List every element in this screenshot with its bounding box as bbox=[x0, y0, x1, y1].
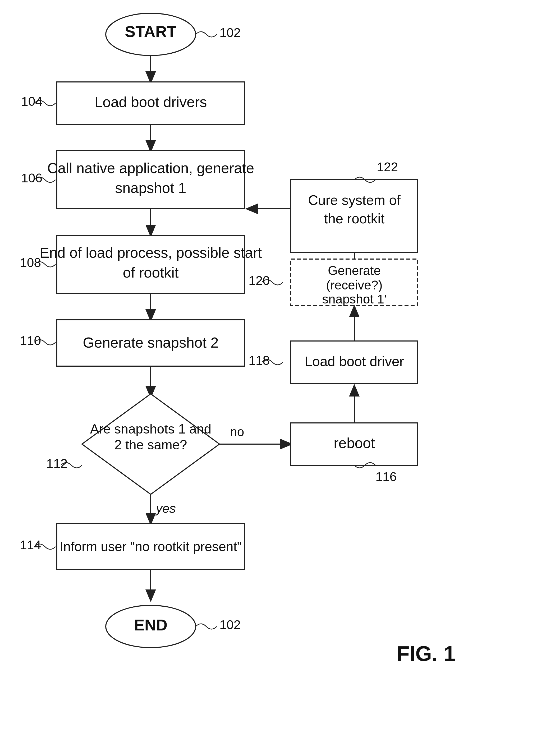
compare-label-line2: 2 the same? bbox=[114, 437, 187, 452]
gen-snapshot2-ref: 110 bbox=[20, 334, 41, 348]
gen-snap1prime-ref: 120 bbox=[249, 274, 270, 288]
reboot-ref: 116 bbox=[375, 470, 396, 484]
no-label: no bbox=[230, 425, 244, 439]
compare-label-line1: Are snapshots 1 and bbox=[90, 421, 212, 436]
start-ref: 102 bbox=[220, 26, 241, 40]
call-native-ref: 106 bbox=[21, 171, 42, 185]
cure-label-line1: Cure system of bbox=[308, 192, 400, 208]
load-boot-drivers-ref: 104 bbox=[21, 94, 42, 108]
end-load-ref: 108 bbox=[20, 256, 41, 270]
reboot-label: reboot bbox=[334, 435, 375, 451]
load-boot-drivers-label: Load boot drivers bbox=[95, 94, 207, 110]
cure-label-line2: the rootkit bbox=[324, 211, 385, 226]
end-load-label-line1: End of load process, possible start bbox=[40, 245, 262, 261]
gen-snapshot2-label: Generate snapshot 2 bbox=[83, 335, 219, 351]
call-native-label-line2: snapshot 1 bbox=[115, 180, 186, 196]
inform-user-ref: 114 bbox=[20, 538, 41, 552]
call-native-label-line1: Call native application, generate bbox=[47, 160, 254, 176]
end-label: END bbox=[134, 616, 168, 634]
gen-snap1prime-label-line1: Generate bbox=[328, 263, 381, 278]
yes-label: yes bbox=[155, 501, 176, 515]
inform-user-label: Inform user "no rootkit present" bbox=[60, 539, 242, 554]
fig-label: FIG. 1 bbox=[396, 642, 455, 665]
load-boot-driver-ref: 118 bbox=[249, 353, 270, 368]
gen-snap1prime-label-line3: snapshot 1' bbox=[322, 292, 387, 306]
load-boot-driver-label: Load boot driver bbox=[305, 354, 404, 369]
start-label: START bbox=[125, 23, 177, 40]
cure-ref: 122 bbox=[377, 160, 398, 174]
compare-ref: 112 bbox=[46, 457, 67, 470]
end-ref: 102 bbox=[220, 618, 241, 632]
gen-snap1prime-label-line2: (receive?) bbox=[326, 278, 382, 292]
end-load-label-line2: of rootkit bbox=[123, 264, 179, 281]
diagram-container: START 102 Load boot drivers 104 Call nat… bbox=[0, 0, 537, 756]
